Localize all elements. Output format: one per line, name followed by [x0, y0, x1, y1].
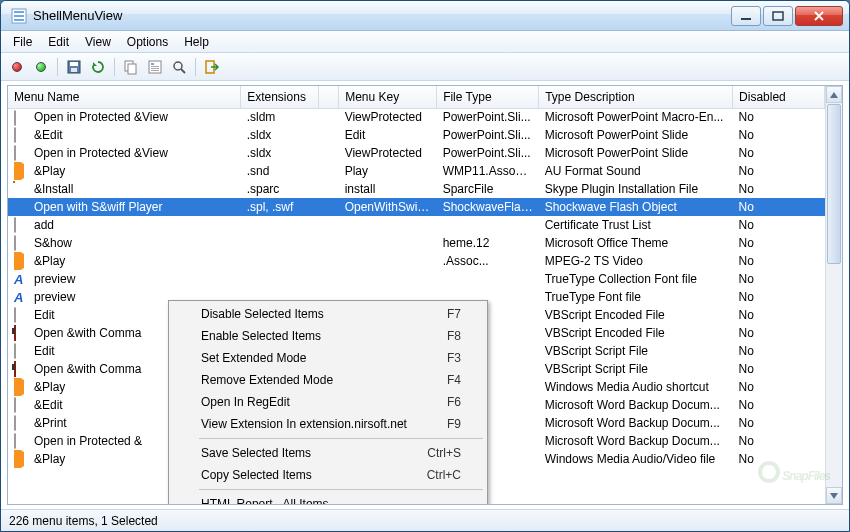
- menu-separator: [199, 438, 483, 439]
- cell-menu-name: &Edit: [34, 128, 63, 142]
- table-row[interactable]: Open with S&wiff Player.spl, .swfOpenWit…: [8, 198, 825, 216]
- cell-file-type: [437, 216, 539, 234]
- table-row[interactable]: &Play.sndPlayWMP11.AssocFil...AU Format …: [8, 162, 825, 180]
- cell-menu-key: OpenWithSwif...: [339, 198, 437, 216]
- console-icon: [14, 362, 30, 376]
- table-row[interactable]: addCertificate Trust ListNo: [8, 216, 825, 234]
- cell-menu-key: ViewProtected: [339, 144, 437, 162]
- cell-menu-name: &Play: [34, 164, 65, 178]
- titlebar[interactable]: ShellMenuView: [1, 1, 849, 31]
- cell-disabled: No: [733, 450, 825, 468]
- cell-type-description: Microsoft PowerPoint Macro-En...: [539, 108, 733, 126]
- menu-item-shortcut: F3: [447, 351, 461, 365]
- table-row[interactable]: S&howheme.12Microsoft Office ThemeNo: [8, 234, 825, 252]
- cell-menu-name: Open in Protected &: [34, 434, 142, 448]
- cell-disabled: No: [733, 216, 825, 234]
- document-icon: [14, 236, 30, 250]
- context-menu-item[interactable]: Open In RegEditF6: [171, 391, 485, 413]
- context-menu-item[interactable]: View Extension In extension.nirsoft.netF…: [171, 413, 485, 435]
- context-menu-item[interactable]: Copy Selected ItemsCtrl+C: [171, 464, 485, 486]
- svg-rect-2: [14, 15, 24, 17]
- column-header[interactable]: Extensions: [241, 86, 319, 108]
- toolbar-sep: [57, 58, 58, 76]
- table-row[interactable]: &Play.Assoc...MPEG-2 TS VideoNo: [8, 252, 825, 270]
- context-menu-item[interactable]: Remove Extended ModeF4: [171, 369, 485, 391]
- svg-point-16: [174, 62, 182, 70]
- menu-item-shortcut: F4: [447, 373, 461, 387]
- context-menu-item[interactable]: Enable Selected ItemsF8: [171, 325, 485, 347]
- scroll-thumb[interactable]: [827, 104, 841, 264]
- exit-button[interactable]: [202, 57, 222, 77]
- document-icon: [14, 416, 30, 430]
- scroll-up-button[interactable]: [826, 86, 842, 103]
- svg-rect-10: [128, 64, 136, 74]
- disable-button[interactable]: [7, 57, 27, 77]
- copy-button[interactable]: [121, 57, 141, 77]
- svg-line-17: [181, 69, 185, 73]
- cell-menu-key: install: [339, 180, 437, 198]
- column-header[interactable]: Menu Key: [339, 86, 437, 108]
- svg-rect-7: [70, 62, 78, 66]
- svg-rect-12: [151, 63, 154, 65]
- table-row[interactable]: &Edit.sldxEditPowerPoint.Sli...Microsoft…: [8, 126, 825, 144]
- cell-disabled: No: [733, 180, 825, 198]
- menu-file[interactable]: File: [5, 33, 40, 51]
- column-header[interactable]: [318, 86, 338, 108]
- document-icon: [14, 111, 30, 125]
- cell-menu-name: &Play: [34, 380, 65, 394]
- table-row[interactable]: Open in Protected &View.sldmViewProtecte…: [8, 108, 825, 126]
- table-row[interactable]: Open in Protected &View.sldxViewProtecte…: [8, 144, 825, 162]
- cell-file-type: ShockwaveFlas...: [437, 198, 539, 216]
- context-menu-item[interactable]: HTML Report - All Items: [171, 493, 485, 505]
- column-header[interactable]: Menu Name: [8, 86, 241, 108]
- table-row[interactable]: ApreviewTrueType Collection Font fileNo: [8, 270, 825, 288]
- cell-file-type: .Assoc...: [437, 252, 539, 270]
- cell-file-type: [437, 270, 539, 288]
- gear-icon: [14, 182, 30, 196]
- cell-disabled: No: [733, 360, 825, 378]
- cell-extensions: .spl, .swf: [241, 198, 319, 216]
- refresh-button[interactable]: [88, 57, 108, 77]
- cell-menu-key: [339, 252, 437, 270]
- maximize-button[interactable]: [763, 6, 793, 26]
- vertical-scrollbar[interactable]: [825, 86, 842, 504]
- column-header[interactable]: Disabled: [733, 86, 825, 108]
- toolbar: [1, 53, 849, 81]
- scroll-down-button[interactable]: [826, 487, 842, 504]
- window-buttons: [729, 6, 843, 26]
- cell-type-description: Microsoft Office Theme: [539, 234, 733, 252]
- document-icon: [14, 344, 30, 358]
- menu-view[interactable]: View: [77, 33, 119, 51]
- find-button[interactable]: [169, 57, 189, 77]
- minimize-button[interactable]: [731, 6, 761, 26]
- enable-button[interactable]: [31, 57, 51, 77]
- cell-extensions: [241, 216, 319, 234]
- properties-button[interactable]: [145, 57, 165, 77]
- close-button[interactable]: [795, 6, 843, 26]
- context-menu-item[interactable]: Set Extended ModeF3: [171, 347, 485, 369]
- menu-item-label: Set Extended Mode: [201, 351, 306, 365]
- scroll-track[interactable]: [826, 265, 842, 487]
- menu-edit[interactable]: Edit: [40, 33, 77, 51]
- cell-disabled: No: [733, 396, 825, 414]
- cell-disabled: No: [733, 288, 825, 306]
- cell-menu-name: Edit: [34, 308, 55, 322]
- cell-menu-name: Open &with Comma: [34, 362, 141, 376]
- cell-disabled: No: [733, 162, 825, 180]
- table-row[interactable]: &Install.sparcinstallSparcFileSkype Plug…: [8, 180, 825, 198]
- cell-type-description: Certificate Trust List: [539, 216, 733, 234]
- column-header[interactable]: Type Description: [539, 86, 733, 108]
- cell-type-description: VBScript Script File: [539, 360, 733, 378]
- column-headers[interactable]: Menu NameExtensionsMenu KeyFile TypeType…: [8, 86, 825, 108]
- context-menu-item[interactable]: Disable Selected ItemsF7: [171, 303, 485, 325]
- cell-file-type: PowerPoint.Sli...: [437, 108, 539, 126]
- cell-disabled: No: [733, 342, 825, 360]
- menu-help[interactable]: Help: [176, 33, 217, 51]
- svg-rect-1: [14, 11, 24, 13]
- cell-menu-name: Open with S&wiff Player: [34, 200, 163, 214]
- save-button[interactable]: [64, 57, 84, 77]
- column-header[interactable]: File Type: [437, 86, 539, 108]
- menu-options[interactable]: Options: [119, 33, 176, 51]
- context-menu-item[interactable]: Save Selected ItemsCtrl+S: [171, 442, 485, 464]
- cell-extensions: [241, 234, 319, 252]
